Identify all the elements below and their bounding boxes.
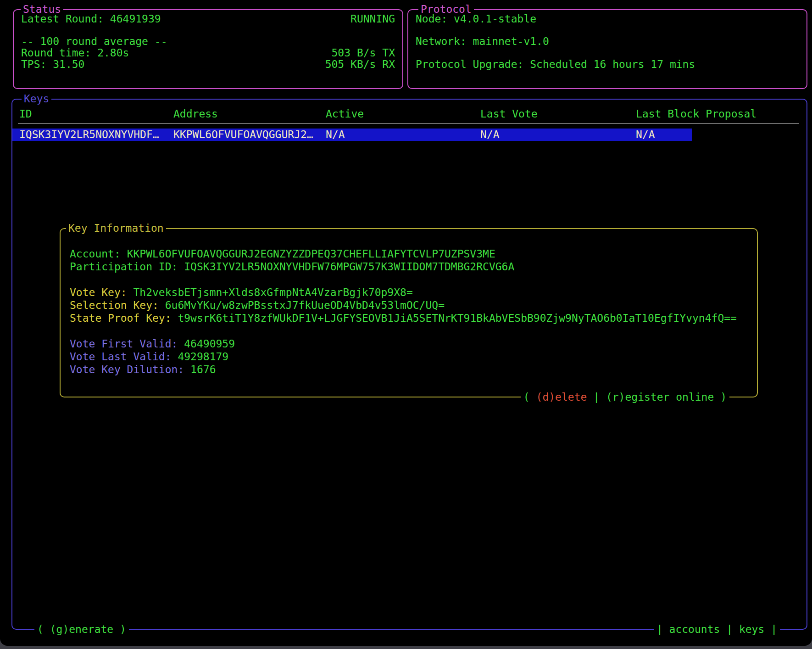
status-panel: Status Latest Round: 46491939 RUNNING --… [13,9,403,89]
account-line: Account: KKPWL6OFVUFOAVQGGURJ2EGNZYZZDPE… [70,248,495,260]
vote-first-valid-label: Vote First Valid: [70,338,184,350]
header-separator [18,123,799,124]
vote-key-line: Vote Key: Th2veksbETjsmn+Xlds8xGfmpNtA4V… [70,286,413,298]
state-proof-key-line: State Proof Key: t9wsrK6tiT1Y8zfWUkDF1V+… [70,312,737,324]
key-information-panel: Key Information Account: KKPWL6OFVUFOAVQ… [60,228,758,397]
selection-key-value: 6u6MvYKu/w8zwPBsstxJ7fkUueOD4VbD4v53lmOC… [165,299,445,311]
vote-first-valid-value: 46490959 [184,338,235,350]
register-online-action[interactable]: (r)egister online [606,391,714,403]
generate-close-paren: ) [113,623,126,635]
account-label: Account: [70,248,127,260]
tab-keys[interactable]: keys [739,623,764,635]
key-actions-close-paren: ) [714,391,727,403]
window-background: Status Latest Round: 46491939 RUNNING --… [0,0,812,649]
nav-separator-bar: | [720,623,739,635]
account-value: KKPWL6OFVUFOAVQGGURJ2EGNZYZZDPEQ37CHEFLL… [127,248,495,260]
table-row-selected[interactable]: IQSK3IYV2LR5NOXNYVHDF… KKPWL6OFVUFOAVQGG… [12,129,692,141]
nav-tabs: | accounts | keys | [654,623,780,635]
latest-round-text: Latest Round: 46491939 [21,13,161,25]
protocol-upgrade-text: Protocol Upgrade: Scheduled 16 hours 17 … [416,58,695,70]
generate-action-group: ( (g)enerate ) [34,623,129,635]
vote-first-valid-line: Vote First Valid: 46490959 [70,338,235,350]
participation-id-line: Participation ID: IQSK3IYV2LR5NOXNYVHDFW… [70,261,514,273]
vote-key-value: Th2veksbETjsmn+Xlds8xGfmpNtA4VzarBgjk70p… [133,286,412,298]
key-actions-separator: | [587,391,606,403]
generate-open-paren: ( [37,623,50,635]
key-actions: ( (d)elete | (r)egister online ) [521,391,729,403]
node-state-badge: RUNNING [350,13,395,25]
vote-key-dilution-value: 1676 [190,364,216,375]
column-header-id: ID [19,108,32,120]
tx-rate-text: 503 B/s TX [332,47,395,59]
tab-accounts[interactable]: accounts [669,623,720,635]
rx-rate-text: 505 KB/s RX [325,58,395,70]
state-proof-key-label: State Proof Key: [70,312,178,324]
network-text: Network: mainnet-v1.0 [416,35,549,47]
column-header-active: Active [326,108,364,120]
keys-panel-title: Keys [22,93,51,105]
node-version-text: Node: v4.0.1-stable [416,13,536,25]
vote-key-dilution-label: Vote Key Dilution: [70,364,190,375]
delete-action[interactable]: (d)elete [536,391,587,403]
vote-last-valid-label: Vote Last Valid: [70,351,178,363]
generate-action[interactable]: (g)enerate [50,623,113,635]
participation-id-value: IQSK3IYV2LR5NOXNYVHDFW76MPGW757K3WIIDOM7… [184,261,514,273]
row-active-cell: N/A [326,129,345,141]
row-address-cell: KKPWL6OFVUFOAVQGGURJ2… [173,129,313,141]
participation-id-label: Participation ID: [70,261,184,273]
tps-text: TPS: 31.50 [21,58,84,70]
vote-key-label: Vote Key: [70,286,133,298]
round-time-text: Round time: 2.80s [21,47,129,59]
protocol-panel: Protocol Node: v4.0.1-stable Network: ma… [407,9,807,89]
vote-last-valid-line: Vote Last Valid: 49298179 [70,351,228,363]
row-last-block-proposal-cell: N/A [636,129,655,141]
vote-last-valid-value: 49298179 [178,351,228,363]
selection-key-line: Selection Key: 6u6MvYKu/w8zwPBsstxJ7fkUu… [70,299,445,311]
column-header-last-vote: Last Vote [480,108,538,120]
nav-open-bar: | [656,623,669,635]
column-header-last-block-proposal: Last Block Proposal [636,108,756,120]
vote-key-dilution-line: Vote Key Dilution: 1676 [70,364,216,375]
state-proof-key-value: t9wsrK6tiT1Y8zfWUkDF1V+LJGFYSEOVB1JiA5SE… [178,312,737,324]
nav-close-bar: | [764,623,777,635]
selection-key-label: Selection Key: [70,299,165,311]
row-id-cell: IQSK3IYV2LR5NOXNYVHDF… [19,129,159,141]
key-information-title: Key Information [66,222,166,234]
key-actions-open-paren: ( [523,391,536,403]
keys-panel: Keys ID Address Active Last Vote Last Bl… [11,99,807,630]
terminal-window: Status Latest Round: 46491939 RUNNING --… [0,0,812,646]
row-last-vote-cell: N/A [480,129,500,141]
round-average-header: -- 100 round average -- [21,35,167,47]
column-header-address: Address [173,108,218,120]
